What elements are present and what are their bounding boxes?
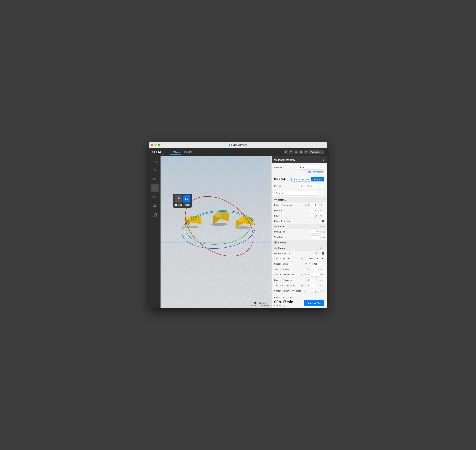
- print-setup-title: Print Setup: [274, 178, 288, 181]
- profile-select[interactable]: Fine – 0.1mm ☆ ▾: [298, 184, 324, 188]
- svg-rect-3: [295, 151, 297, 153]
- travel-speed-input[interactable]: [311, 236, 320, 239]
- pattern-reset-icon[interactable]: ↺: [308, 263, 310, 265]
- logo-text: CURA: [152, 150, 163, 154]
- sidebar-item-mirror[interactable]: [151, 193, 159, 201]
- custom-button[interactable]: Custom: [311, 177, 324, 182]
- diameter-unit: mm: [320, 209, 324, 212]
- support-infill-input[interactable]: [311, 289, 320, 293]
- cooling-chevron-icon: ‹: [324, 242, 324, 244]
- viewport[interactable]: Snap Rotation UMO_clip1-v4b ✏ 46.7 x 22.…: [161, 156, 271, 308]
- generate-support-checkbox[interactable]: [322, 252, 324, 255]
- rotate-y-button[interactable]: [183, 195, 190, 202]
- placement-value: Touching Buil...: [308, 257, 321, 260]
- infill-link-icon[interactable]: 🔗: [304, 290, 307, 292]
- enable-retraction-checkbox[interactable]: [322, 220, 324, 223]
- panel-content: Material PLA ▾ Check compatibility: [271, 163, 327, 295]
- print-speed-input[interactable]: [311, 230, 320, 234]
- search-input[interactable]: [274, 191, 319, 195]
- support-pattern-label: Support Pattern: [274, 263, 304, 265]
- linedist-link-icon[interactable]: 🔗: [301, 273, 303, 276]
- pattern-link-icon[interactable]: 🔗: [304, 263, 307, 265]
- support-density-input[interactable]: [311, 267, 320, 271]
- support-icon: [274, 247, 277, 250]
- view-dropdown[interactable]: Solid view ▾: [309, 150, 324, 154]
- app-body: CURA Prepare Monitor: [149, 148, 327, 308]
- view-icons: [284, 150, 308, 154]
- support-section-header[interactable]: Support ⚙ ▾: [271, 245, 327, 251]
- view-icon-3d[interactable]: [284, 150, 288, 154]
- support-pattern-dropdown[interactable]: Lines ▾: [311, 262, 324, 266]
- check-compat-link[interactable]: Check compatibility: [306, 171, 324, 173]
- material-settings-header[interactable]: Material ▾: [271, 197, 327, 202]
- rotation-buttons: [175, 195, 190, 202]
- support-density-label: Support Density: [274, 268, 307, 271]
- save-row: 00h 17min 0.39m / ~ 3g Save to File: [274, 300, 324, 307]
- topdist-reset-icon[interactable]: ↺: [304, 284, 307, 287]
- speed-gear-icon[interactable]: ⚙: [320, 225, 322, 228]
- printing-temp-input[interactable]: [311, 203, 320, 207]
- rotate-x-button[interactable]: [175, 195, 182, 202]
- printer-header[interactable]: Ultimaker Original ∨: [271, 156, 327, 163]
- cooling-section-header[interactable]: Cooling ‹: [271, 240, 327, 245]
- density-link-icon[interactable]: 🔗: [307, 268, 310, 271]
- maximize-button[interactable]: [158, 144, 160, 146]
- view-icon-frame[interactable]: [294, 150, 298, 154]
- sidebar-item-permodel[interactable]: [151, 211, 159, 219]
- placement-link-icon[interactable]: 🔗: [300, 257, 303, 260]
- support-placement-dropdown[interactable]: Touching Buil... ▾: [307, 257, 324, 260]
- link-icon[interactable]: 🔗: [315, 252, 317, 255]
- tab-monitor[interactable]: Monitor: [182, 150, 194, 154]
- material-label: Material: [274, 166, 282, 169]
- search-menu-button[interactable]: ☰: [320, 191, 324, 195]
- sidebar-item-move[interactable]: [151, 167, 159, 175]
- flow-reset-icon[interactable]: ↺: [307, 214, 310, 217]
- speed-section-header[interactable]: Speed ⚙ ▾: [271, 224, 327, 229]
- right-panel: Ultimaker Original ∨ Material PLA ▾: [271, 156, 327, 308]
- view-icon-layers[interactable]: [299, 150, 303, 154]
- snap-checkbox[interactable]: [175, 204, 177, 206]
- reset-icon[interactable]: ↺: [304, 204, 307, 207]
- sidebar-item-scale[interactable]: [151, 175, 159, 184]
- tab-prepare[interactable]: Prepare: [170, 150, 182, 154]
- search-row: ☰: [271, 190, 327, 197]
- flow-input[interactable]: [311, 214, 320, 218]
- save-to-file-button[interactable]: Save to File: [304, 300, 324, 306]
- close-button[interactable]: [151, 144, 153, 146]
- speed-icon: [274, 225, 277, 228]
- support-gear-icon[interactable]: ⚙: [320, 247, 322, 249]
- density-unit: %: [320, 268, 324, 270]
- support-line-dist-input[interactable]: [311, 273, 320, 277]
- placement-reset-icon[interactable]: ↺: [304, 257, 306, 260]
- support-z-dist-input[interactable]: [311, 278, 320, 282]
- info-icon[interactable]: ℹ: [307, 204, 310, 207]
- view-icon-flat[interactable]: [289, 150, 293, 154]
- topdist-info-icon[interactable]: ℹ: [307, 284, 310, 287]
- sidebar-item-rotate[interactable]: [151, 184, 159, 192]
- topdist-link-icon[interactable]: 🔗: [301, 284, 303, 287]
- view-icon-perspective[interactable]: [304, 150, 308, 154]
- diameter-input[interactable]: [311, 209, 320, 212]
- diameter-row: Diameter mm: [271, 208, 327, 213]
- linedist-reset-icon[interactable]: ↺: [304, 273, 307, 276]
- infill-icons: 🔗 ↺: [304, 290, 310, 292]
- sidebar-item-open[interactable]: [151, 158, 159, 166]
- recommended-button[interactable]: Recommended: [291, 177, 311, 182]
- material-section: Material PLA ▾ Check compatibility: [271, 163, 327, 175]
- nav-tabs: Prepare Monitor: [170, 150, 194, 154]
- sidebar-item-support[interactable]: [151, 202, 159, 210]
- content-area: Snap Rotation UMO_clip1-v4b ✏ 46.7 x 22.…: [149, 156, 327, 308]
- edit-icon[interactable]: ✏: [267, 302, 269, 304]
- support-infill-label: Support Infill Layer Thickness: [274, 290, 304, 292]
- zdist-link-icon[interactable]: 🔗: [307, 279, 310, 281]
- support-top-dist-input[interactable]: [311, 284, 320, 287]
- generate-support-row: Generate Support 🔗 ↺: [271, 251, 327, 256]
- material-select[interactable]: PLA ▾: [298, 165, 324, 170]
- material-section-icon: [274, 198, 277, 201]
- minimize-button[interactable]: [155, 144, 157, 146]
- viewport-grid: [161, 156, 271, 308]
- chevron-down-icon: ▾: [322, 151, 323, 154]
- linedist-info-icon[interactable]: ℹ: [307, 273, 310, 276]
- infill-reset-icon[interactable]: ↺: [307, 290, 310, 292]
- reset-icon-2[interactable]: ↺: [318, 252, 321, 255]
